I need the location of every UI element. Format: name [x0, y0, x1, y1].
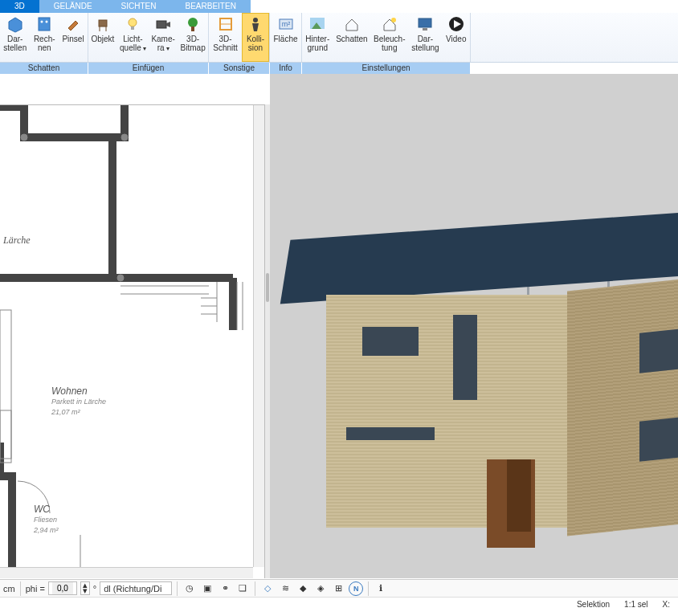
x-label: X: — [663, 600, 670, 609]
svg-text:m²: m² — [281, 20, 290, 28]
room-label: WC Fliesen 2,94 m² — [34, 504, 59, 536]
schatten-button[interactable]: Schatten — [333, 13, 370, 62]
scrollbar-vertical[interactable] — [253, 105, 264, 567]
plan-2d-view[interactable]: Lärche Wohnen Parkett in Lärche 21,07 m²… — [0, 104, 265, 578]
clock-icon[interactable]: ◷ — [182, 581, 197, 596]
svg-point-2 — [41, 21, 43, 23]
hintergrund-button[interactable]: Hinter- grund — [302, 13, 333, 62]
objekt-button[interactable]: Objekt — [88, 13, 117, 62]
tab-sichten[interactable]: SICHTEN — [107, 0, 171, 13]
house-light-icon — [381, 15, 398, 33]
schnitt-button[interactable]: 3D- Schnitt — [209, 13, 242, 62]
monitor-icon — [416, 15, 434, 33]
svg-marker-19 — [346, 19, 357, 31]
link-icon[interactable]: ⚭ — [218, 581, 232, 596]
svg-rect-12 — [191, 27, 194, 31]
svg-point-7 — [129, 18, 137, 27]
svg-point-14 — [253, 18, 258, 22]
svg-point-33 — [117, 275, 124, 281]
phi-input[interactable] — [52, 582, 73, 594]
svg-point-11 — [188, 18, 198, 27]
flaeche-button[interactable]: m²Fläche — [270, 13, 301, 62]
house-shadow-icon — [343, 15, 361, 33]
unit-label: cm — [3, 584, 15, 594]
cube-icon — [6, 15, 24, 33]
bitmap-button[interactable]: 3D- Bitmap — [178, 13, 208, 62]
phi-input-wrap — [48, 581, 77, 595]
darstellung-button[interactable]: Dar- stellung — [408, 13, 442, 62]
layers-icon[interactable]: ❏ — [235, 581, 250, 596]
room-label: Lärche — [3, 235, 31, 246]
kollision-button[interactable]: Kolli- sion — [242, 13, 269, 62]
ribbon: Dar- stellen Rech- nen Pinsel Objekt Lic… — [0, 13, 678, 63]
svg-rect-4 — [99, 20, 107, 27]
rechnen-button[interactable]: Rech- nen — [30, 13, 59, 62]
tree-icon — [184, 15, 202, 33]
svg-rect-8 — [131, 27, 134, 30]
darstellen-button[interactable]: Dar- stellen — [0, 13, 30, 62]
layer2-icon[interactable]: ≋ — [278, 581, 292, 596]
svg-marker-0 — [9, 18, 22, 32]
scrollbar-horizontal[interactable] — [0, 567, 253, 578]
svg-point-3 — [46, 21, 48, 23]
landscape-icon — [308, 15, 326, 33]
status-bar: Selektion 1:1 sel X: — [0, 597, 678, 611]
bulb-icon — [124, 15, 141, 33]
tab-gelaende[interactable]: GELÄNDE — [39, 0, 107, 13]
snap-icon[interactable]: ◇ — [260, 581, 275, 596]
layer4-icon[interactable]: ◈ — [313, 581, 328, 596]
lichtquelle-button[interactable]: Licht- quelle — [117, 13, 149, 62]
phi-label: phi = — [26, 584, 45, 594]
svg-rect-23 — [423, 28, 427, 31]
svg-rect-1 — [39, 18, 50, 31]
main-tabs: 3D GELÄNDE SICHTEN BEARBEITEN — [0, 0, 678, 13]
svg-rect-9 — [157, 21, 166, 28]
deg-label: ° — [93, 584, 96, 594]
tab-3d[interactable]: 3D — [0, 0, 39, 13]
section-icon — [217, 15, 235, 33]
screen-icon[interactable]: ▣ — [200, 581, 214, 596]
svg-rect-22 — [419, 18, 431, 27]
info-icon[interactable]: ℹ — [374, 581, 388, 596]
chair-icon — [94, 15, 112, 33]
area-icon: m² — [277, 15, 295, 33]
svg-point-34 — [21, 134, 27, 141]
room-label: Wohnen Parkett in Lärche 21,07 m² — [51, 386, 106, 418]
svg-rect-26 — [0, 310, 11, 463]
ribbon-group-labels: Schatten Einfügen Sonstige Info Einstell… — [0, 63, 678, 74]
layer3-icon[interactable]: ◆ — [296, 581, 310, 596]
pinsel-button[interactable]: Pinsel — [59, 13, 88, 62]
brush-icon — [64, 15, 82, 33]
svg-point-21 — [391, 18, 396, 22]
phi-stepper[interactable]: ▴▾ — [80, 581, 90, 595]
play-icon — [447, 15, 465, 33]
main-workspace: Lärche Wohnen Parkett in Lärche 21,07 m²… — [0, 74, 678, 579]
scale-label: 1:1 sel — [624, 600, 647, 609]
n-icon[interactable]: N — [349, 581, 363, 596]
svg-marker-10 — [166, 22, 170, 27]
grid-icon[interactable]: ⊞ — [331, 581, 345, 596]
input-bar: cm phi = ▴▾ ° dl (Richtung/Di ◷ ▣ ⚭ ❏ ◇ … — [0, 579, 678, 597]
calc-icon — [35, 15, 53, 33]
selection-label: Selektion — [577, 600, 610, 609]
kamera-button[interactable]: Kame- ra — [149, 13, 178, 62]
camera-icon — [154, 15, 172, 33]
beleuchtung-button[interactable]: Beleuch- tung — [370, 13, 408, 62]
svg-point-35 — [121, 134, 128, 141]
person-icon — [247, 15, 264, 33]
video-button[interactable]: Video — [443, 13, 470, 62]
dl-field[interactable]: dl (Richtung/Di — [100, 581, 172, 595]
view-3d[interactable] — [270, 74, 678, 578]
tab-bearbeiten[interactable]: BEARBEITEN — [171, 0, 251, 13]
